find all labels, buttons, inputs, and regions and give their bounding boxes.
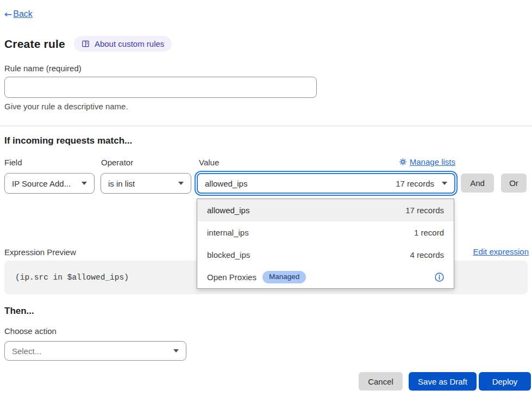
info-icon[interactable] [435, 273, 444, 282]
deploy-button[interactable]: Deploy [479, 372, 531, 391]
list-option-record-count: 4 records [410, 250, 444, 259]
choose-action-label: Choose action [4, 326, 57, 336]
back-label: Back [13, 9, 33, 19]
about-label: About custom rules [95, 39, 164, 48]
back-arrow-icon: ← [4, 9, 12, 20]
list-option-name: internal_ips [207, 228, 249, 237]
edit-expression-label: Edit expression [473, 247, 529, 256]
and-button[interactable]: And [461, 174, 494, 193]
value-select-record-count: 17 records [396, 179, 434, 188]
expression-code: (ip.src in $allowed_ips) [15, 273, 129, 282]
or-button[interactable]: Or [501, 174, 527, 193]
edit-expression-link[interactable]: Edit expression [473, 247, 529, 256]
field-select-value: IP Source Add... [12, 179, 71, 188]
list-option-name: blocked_ips [207, 250, 250, 259]
book-icon [82, 40, 90, 48]
list-option-internal-ips[interactable]: internal_ips 1 record [197, 221, 454, 244]
then-section-heading: Then... [4, 306, 34, 317]
cancel-button[interactable]: Cancel [359, 372, 403, 391]
operator-select-value: is in list [108, 179, 135, 188]
save-as-draft-button[interactable]: Save as Draft [409, 372, 477, 391]
list-option-blocked-ips[interactable]: blocked_ips 4 records [197, 244, 454, 266]
list-option-name: allowed_ips [207, 206, 249, 215]
expression-preview-label: Expression Preview [4, 248, 76, 257]
section-divider [0, 126, 532, 126]
rule-name-label: Rule name (required) [4, 64, 82, 73]
page-title: Create rule [4, 38, 65, 51]
chevron-down-icon [178, 182, 184, 185]
field-column-label: Field [4, 158, 22, 167]
title-row: Create rule About custom rules [4, 36, 172, 52]
list-option-record-count: 17 records [405, 206, 444, 215]
match-section-heading: If incoming requests match... [4, 135, 132, 146]
value-select-value: allowed_ips [205, 179, 247, 188]
value-column-label: Value [199, 158, 219, 167]
create-rule-page: ← Back Create rule About custom rules Ru… [0, 0, 532, 402]
operator-select[interactable]: is in list [101, 173, 191, 194]
list-option-allowed-ips[interactable]: allowed_ips 17 records [197, 199, 454, 221]
chevron-down-icon [173, 349, 179, 352]
rule-name-helper: Give your rule a descriptive name. [4, 102, 128, 111]
manage-lists-label: Manage lists [410, 157, 455, 166]
value-select[interactable]: allowed_ips 17 records [197, 173, 455, 194]
list-option-name: Open Proxies [207, 273, 256, 282]
about-custom-rules-link[interactable]: About custom rules [74, 36, 172, 52]
chevron-down-icon [442, 182, 447, 185]
action-select-placeholder: Select... [12, 347, 41, 356]
action-select[interactable]: Select... [4, 341, 186, 361]
list-option-record-count: 1 record [414, 228, 444, 237]
gear-icon [399, 158, 406, 165]
list-option-open-proxies[interactable]: Open Proxies Managed [197, 266, 454, 288]
value-dropdown-panel: allowed_ips 17 records internal_ips 1 re… [197, 199, 454, 289]
back-link[interactable]: ← Back [4, 9, 33, 20]
field-select[interactable]: IP Source Add... [4, 173, 95, 194]
managed-badge: Managed [262, 271, 306, 283]
rule-name-input[interactable] [4, 77, 317, 98]
chevron-down-icon [82, 182, 87, 185]
manage-lists-link[interactable]: Manage lists [399, 157, 455, 166]
operator-column-label: Operator [101, 158, 133, 167]
